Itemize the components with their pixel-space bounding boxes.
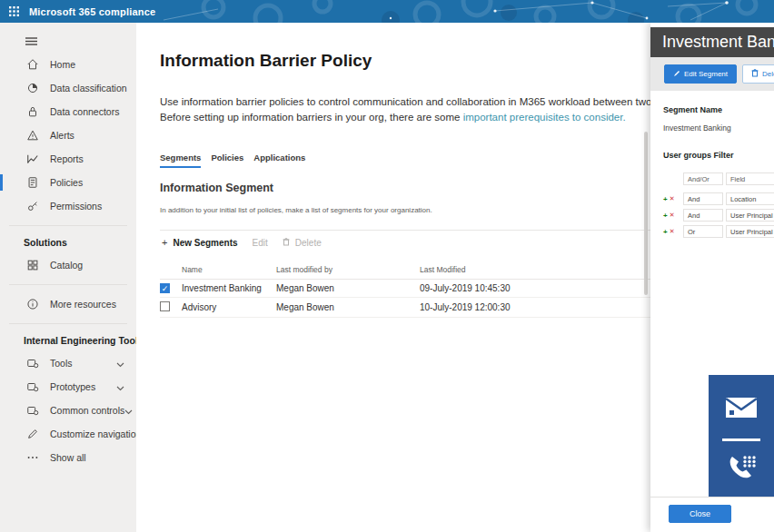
sidebar-item-home[interactable]: Home: [0, 53, 136, 76]
overlay-divider: [722, 438, 760, 441]
sidebar-item-alerts[interactable]: Alerts: [0, 123, 136, 147]
delete-segment-button[interactable]: Delete Segment: [742, 64, 774, 84]
scrollbar-thumb[interactable]: [644, 132, 648, 295]
column-header-last-modified: Last Modified: [420, 261, 650, 280]
sidebar-item-common-controls[interactable]: Common controls: [0, 399, 136, 422]
delete-label: Delete: [295, 238, 322, 248]
pencil-icon: [673, 70, 680, 79]
cell-name: Advisory: [182, 298, 276, 318]
sidebar-item-prototypes[interactable]: Prototypes: [0, 375, 136, 399]
new-segments-button[interactable]: + New Segments: [162, 237, 238, 248]
filter-row: +✕ And Location: [663, 192, 774, 205]
table-row[interactable]: ✓ Investment Banking Megan Bowen 09-July…: [160, 280, 650, 298]
chevron-down-icon[interactable]: [116, 355, 124, 371]
sidebar-item-show-all[interactable]: Show all: [0, 446, 136, 469]
cell-last-modified: 09-July-2019 10:45:30: [420, 280, 650, 298]
filter-row: +✕ Or User Principal Name: [663, 225, 774, 238]
email-icon[interactable]: [725, 396, 758, 423]
menu-icon[interactable]: [0, 23, 136, 53]
sidebar-item-more-resources[interactable]: More resources: [0, 292, 136, 316]
edit-button[interactable]: Edit: [253, 238, 268, 248]
sidebar-item-label: Show all: [50, 452, 86, 463]
row-checkbox[interactable]: ✓: [160, 283, 170, 293]
sidebar-item-label: Permissions: [50, 201, 102, 212]
sidebar-divider: [9, 225, 127, 226]
filter-column-field: Field: [726, 172, 774, 185]
sidebar-item-label: More resources: [50, 299, 116, 310]
policies-icon: [25, 176, 39, 190]
filter-row: +✕ And User Principal Name: [663, 209, 774, 222]
sidebar-item-label: Common controls: [50, 405, 124, 416]
edit-segment-button[interactable]: Edit Segment: [664, 64, 737, 84]
contact-card-overlay: [709, 375, 774, 497]
filter-field-value: User Principal Name: [726, 209, 774, 222]
sidebar-item-data-classification[interactable]: Data classification: [0, 76, 136, 100]
prerequisites-link[interactable]: important prerequisites to consider.: [463, 112, 626, 123]
panel-footer: Close: [650, 497, 774, 532]
tab-applications[interactable]: Applications: [253, 153, 305, 168]
filter-column-andor: And/Or: [683, 172, 723, 185]
trash-icon: [283, 238, 290, 248]
table-header-row: Name Last modified by Last Modified: [160, 261, 650, 280]
chevron-down-icon[interactable]: [116, 379, 124, 395]
edit-label: Edit: [253, 238, 268, 248]
sidebar-item-customize-navigation[interactable]: Customize navigation: [0, 422, 136, 446]
topbar: Microsoft 365 compliance: [0, 0, 774, 23]
filter-op-value: And: [683, 192, 723, 205]
sidebar-divider: [9, 284, 127, 285]
checkbox-column-header: [160, 261, 182, 280]
table-row[interactable]: Advisory Megan Bowen 10-July-2019 12:00:…: [160, 298, 650, 318]
filter-header-row: And/Or Field: [663, 172, 774, 185]
plus-icon: +: [162, 237, 167, 248]
chevron-down-icon[interactable]: [124, 402, 133, 419]
sidebar-item-label: Prototypes: [50, 381, 95, 392]
sidebar-item-label: Tools: [50, 358, 73, 369]
sidebar-item-label: Home: [50, 59, 75, 70]
data-connectors-icon: [25, 105, 39, 119]
new-segments-label: New Segments: [173, 238, 237, 248]
sidebar-item-data-connectors[interactable]: Data connectors: [0, 100, 136, 123]
segments-toolbar: + New Segments Edit Delete: [160, 231, 650, 253]
ellipsis-icon: [25, 451, 39, 465]
remove-row-icon[interactable]: ✕: [670, 212, 675, 219]
catalog-icon: [25, 259, 39, 272]
panel-title: Investment Banking: [650, 27, 774, 57]
sidebar-item-label: Catalog: [50, 260, 83, 271]
sidebar-item-label: Data connectors: [50, 106, 119, 117]
home-icon: [25, 58, 39, 72]
sidebar-item-catalog[interactable]: Catalog: [0, 253, 136, 277]
row-checkbox[interactable]: [160, 301, 170, 311]
remove-row-icon[interactable]: ✕: [670, 195, 675, 202]
delete-button[interactable]: Delete: [283, 238, 322, 248]
sidebar-item-tools[interactable]: Tools: [0, 351, 136, 375]
remove-row-icon[interactable]: ✕: [670, 228, 675, 235]
column-header-last-modified-by: Last modified by: [276, 261, 420, 280]
sidebar-header-solutions: Solutions: [0, 233, 136, 253]
filter-op-value: Or: [683, 225, 723, 238]
add-row-icon[interactable]: +: [663, 212, 668, 220]
tab-segments[interactable]: Segments: [160, 153, 201, 168]
sidebar-item-permissions[interactable]: Permissions: [0, 194, 136, 218]
sidebar-item-label: Data classification: [50, 83, 127, 94]
add-row-icon[interactable]: +: [663, 228, 668, 236]
close-button[interactable]: Close: [669, 505, 731, 523]
add-row-icon[interactable]: +: [663, 195, 668, 203]
description-line-2-text: Before setting up information barriers i…: [160, 112, 463, 123]
filter-table: And/Or Field +✕ And Location +✕ And User…: [663, 172, 774, 238]
reports-icon: [25, 153, 39, 166]
phone-icon[interactable]: [725, 453, 758, 488]
sidebar-item-policies[interactable]: Policies: [0, 171, 136, 194]
pencil-icon: [25, 428, 39, 441]
segments-table: Name Last modified by Last Modified ✓ In…: [160, 261, 650, 318]
edit-segment-label: Edit Segment: [684, 70, 728, 78]
sidebar-item-reports[interactable]: Reports: [0, 147, 136, 171]
cell-name: Investment Banking: [182, 280, 276, 298]
sidebar-item-label: Alerts: [50, 130, 74, 141]
info-icon: [25, 298, 39, 311]
panel-actions: Edit Segment Delete Segment: [650, 57, 774, 91]
cell-last-modified-by: Megan Bowen: [276, 298, 420, 318]
sidebar: Home Data classification Data connectors…: [0, 23, 136, 532]
alerts-icon: [25, 129, 39, 143]
tab-policies[interactable]: Policies: [211, 153, 243, 168]
waffle-icon[interactable]: [3, 0, 25, 23]
